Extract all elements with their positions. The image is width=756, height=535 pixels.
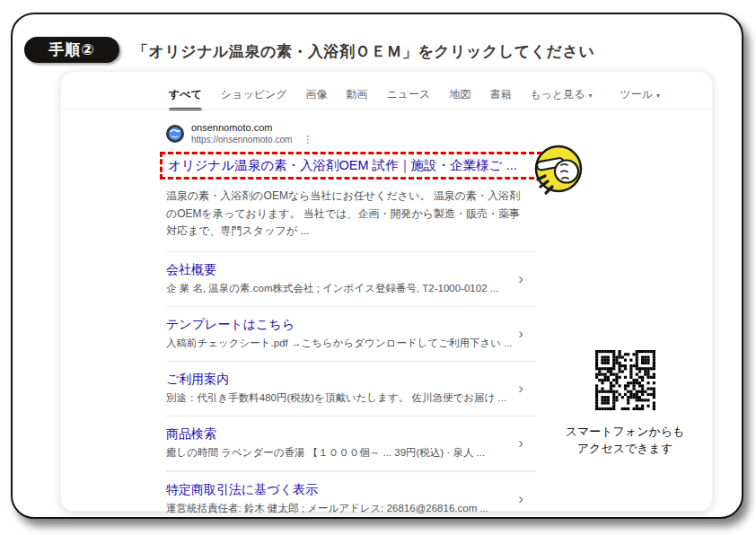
dropdown-arrow-icon: ▾	[589, 92, 593, 100]
results-column: onsennomoto.com https://onsennomoto.com …	[166, 122, 536, 535]
tab-maps[interactable]: 地図	[449, 87, 470, 102]
qr-caption-line2: アクセスできます	[553, 441, 697, 458]
sitelink-title: 商品検索	[166, 426, 485, 443]
tutorial-card: 手順② 「オリジナル温泉の素・入浴剤ＯＥＭ」をクリックしてください すべて ショ…	[11, 13, 743, 519]
sitelink-template[interactable]: テンプレートはこちら 入稿前チェックシート.pdf →こちらからダウンロードして…	[166, 306, 536, 361]
pointing-hand-icon	[530, 144, 585, 199]
tutorial-page: 手順② 「オリジナル温泉の素・入浴剤ＯＥＭ」をクリックしてください すべて ショ…	[0, 0, 756, 535]
sitelink-text: 特定商取引法に基づく表示 運営統括責任者: 鈴木 健太郎 ; メールアドレス: …	[166, 482, 488, 515]
sitelink-guide[interactable]: ご利用案内 別途：代引き手数料480円(税抜)を頂戴いたします。 佐川急便でお届…	[166, 361, 536, 416]
sitelink-title: テンプレートはこちら	[166, 317, 513, 333]
search-tabs: すべて ショッピング 画像 動画 ニュース 地図 書籍 もっと見る▾ ツール▾	[169, 87, 660, 102]
sitelink-desc: 癒しの時間 ラベンダーの香湯 【１０００個～ ... 39円(税込) · 泉人 …	[166, 446, 485, 460]
qr-block: スマートフォンからも アクセスできます	[553, 350, 697, 458]
instruction-text: 「オリジナル温泉の素・入浴剤ＯＥＭ」をクリックしてください	[133, 41, 594, 62]
chevron-right-icon: ›	[518, 380, 536, 398]
tab-shopping[interactable]: ショッピング	[221, 87, 287, 102]
qr-caption: スマートフォンからも アクセスできます	[553, 424, 697, 458]
tab-books[interactable]: 書籍	[489, 87, 511, 102]
step-badge: 手順②	[24, 37, 119, 63]
tabs-divider	[61, 109, 712, 110]
sitelink-title: 会社概要	[166, 262, 498, 278]
tab-images[interactable]: 画像	[306, 87, 328, 102]
sitelink-text: 商品検索 癒しの時間 ラベンダーの香湯 【１０００個～ ... 39円(税込) …	[166, 426, 485, 460]
tab-news[interactable]: ニュース	[387, 87, 431, 102]
step-badge-label: 手順②	[48, 39, 94, 60]
sitelink-legal[interactable]: 特定商取引法に基づく表示 運営統括責任者: 鈴木 健太郎 ; メールアドレス: …	[166, 471, 536, 526]
chevron-right-icon: ›	[518, 434, 536, 452]
sitelink-desc: 入稿前チェックシート.pdf →こちらからダウンロードしてご利用下さい ...	[166, 337, 513, 350]
chevron-right-icon: ›	[518, 490, 536, 508]
tab-all[interactable]: すべて	[169, 87, 202, 102]
chevron-right-icon: ›	[518, 270, 536, 288]
sitelink-desc: 別途：代引き手数料480円(税抜)を頂戴いたします。 佐川急便でお届け ...	[166, 391, 506, 405]
sitelink-title: ご利用案内	[166, 372, 506, 388]
globe-favicon-icon	[166, 125, 184, 143]
chevron-right-icon: ›	[518, 325, 536, 343]
sitelink-products[interactable]: 商品検索 癒しの時間 ラベンダーの香湯 【１０００個～ ... 39円(税込) …	[166, 416, 536, 471]
site-lines: onsennomoto.com https://onsennomoto.com	[191, 122, 292, 145]
sitelink-desc: 企 業 名, 温泉の素.com株式会社 ; インボイス登録番号, T2-1000…	[166, 282, 498, 295]
tab-more[interactable]: もっと見る▾	[530, 87, 592, 102]
sitelink-text: 会社概要 企 業 名, 温泉の素.com株式会社 ; インボイス登録番号, T2…	[166, 262, 498, 295]
tab-more-label: もっと見る	[530, 88, 585, 101]
sitelink-text: テンプレートはこちら 入稿前チェックシート.pdf →こちらからダウンロードして…	[166, 317, 513, 350]
site-url: https://onsennomoto.com	[191, 135, 292, 145]
search-results-screenshot: すべて ショッピング 画像 動画 ニュース 地図 書籍 もっと見る▾ ツール▾	[60, 71, 713, 512]
dropdown-arrow-icon: ▾	[656, 92, 660, 100]
tab-videos[interactable]: 動画	[347, 87, 368, 102]
sitelink-text: ご利用案内 別途：代引き手数料480円(税抜)を頂戴いたします。 佐川急便でお届…	[166, 372, 506, 405]
qr-code	[595, 350, 655, 410]
tools-button[interactable]: ツール▾	[620, 87, 660, 102]
site-name: onsennomoto.com	[191, 122, 292, 135]
sitelink-title: 特定商取引法に基づく表示	[166, 482, 488, 498]
result1-snippet: 温泉の素・入浴剤のOEMなら当社にお任せください。 温泉の素・入浴剤のOEMを承…	[166, 188, 527, 241]
highlight-box: オリジナル温泉の素・入浴剤OEM 試作｜施設・企業様ご ...	[160, 152, 542, 180]
more-options-icon[interactable]: ⋮	[303, 134, 312, 145]
result1-header: onsennomoto.com https://onsennomoto.com …	[166, 122, 536, 145]
tools-label: ツール	[620, 88, 653, 101]
result1-title-link[interactable]: オリジナル温泉の素・入浴剤OEM 試作｜施設・企業様ご ...	[168, 157, 534, 174]
sitelink-company[interactable]: 会社概要 企 業 名, 温泉の素.com株式会社 ; インボイス登録番号, T2…	[166, 251, 536, 306]
qr-caption-line1: スマートフォンからも	[553, 424, 697, 441]
sitelink-desc: 運営統括責任者: 鈴木 健太郎 ; メールアドレス: 26816@26816.c…	[166, 502, 488, 515]
